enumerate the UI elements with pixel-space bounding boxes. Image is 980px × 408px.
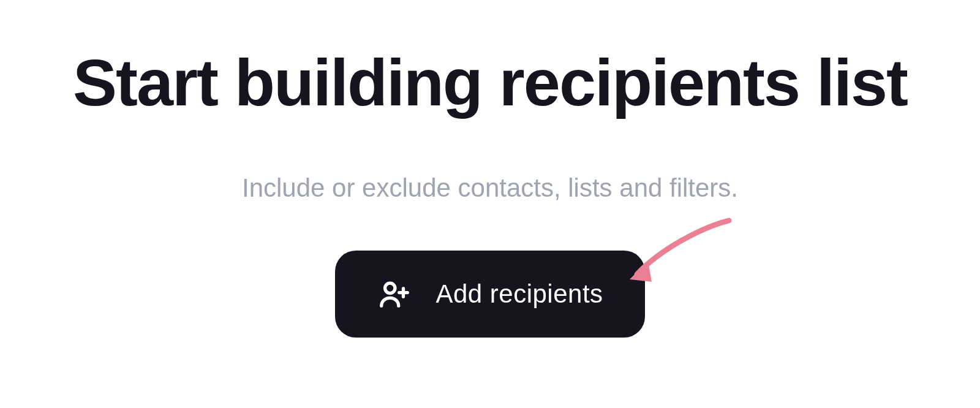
- add-recipients-label: Add recipients: [435, 279, 603, 309]
- page-subtitle: Include or exclude contacts, lists and f…: [242, 173, 738, 203]
- add-recipients-button[interactable]: Add recipients: [335, 251, 644, 338]
- svg-point-0: [385, 283, 395, 293]
- page-title: Start building recipients list: [73, 44, 907, 121]
- user-plus-icon: [377, 276, 412, 312]
